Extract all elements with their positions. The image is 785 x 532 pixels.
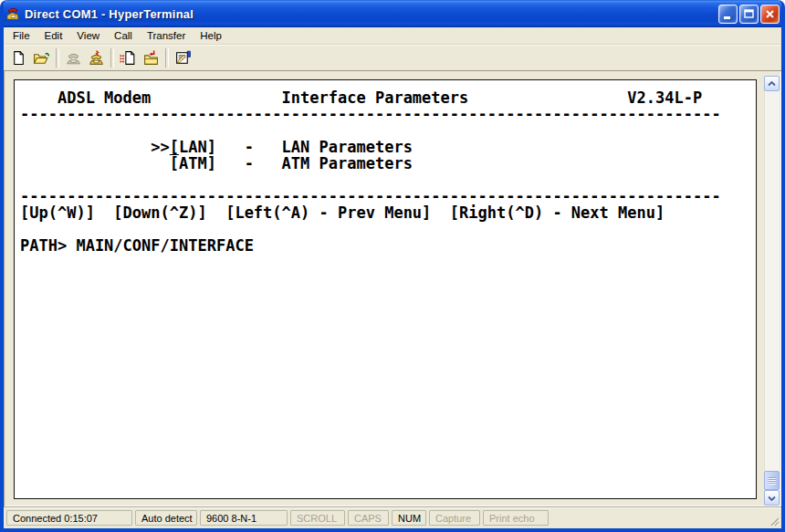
menu-bar: File Edit View Call Transfer Help	[4, 27, 781, 45]
terminal-line	[20, 172, 756, 188]
title-bar[interactable]: Direct COM1 - HyperTerminal	[0, 0, 785, 27]
thumb-gripper	[769, 477, 776, 484]
hangup-button[interactable]	[85, 47, 108, 68]
status-capture: Capture	[429, 510, 480, 526]
caps-lock-label: CAPS	[354, 513, 382, 524]
toolbar-separator	[165, 48, 169, 68]
send-file-icon	[120, 50, 137, 66]
terminal-separator-line: ----------------------------------------…	[20, 106, 756, 122]
terminal-separator-line: ----------------------------------------…	[20, 188, 756, 204]
terminal-line	[20, 221, 756, 237]
status-emulation: Auto detect	[135, 510, 197, 526]
properties-button[interactable]	[172, 47, 194, 68]
terminal-line-atm: [ATM] - ATM Parameters	[20, 155, 756, 172]
chevron-up-icon	[768, 81, 776, 87]
minimize-icon	[722, 8, 734, 20]
status-print-echo: Print echo	[483, 510, 549, 526]
num-lock-label: NUM	[398, 513, 421, 524]
toolbar	[4, 45, 781, 70]
maximize-button[interactable]	[739, 5, 759, 24]
send-file-button[interactable]	[117, 47, 140, 68]
scroll-down-button[interactable]	[764, 490, 780, 506]
connected-time: Connected 0:15:07	[13, 513, 98, 524]
vertical-scrollbar[interactable]	[764, 76, 780, 506]
scrollbar-track[interactable]	[764, 91, 780, 471]
minimize-button[interactable]	[718, 5, 738, 24]
call-icon	[65, 50, 82, 66]
menu-help[interactable]: Help	[193, 28, 229, 43]
terminal-line-lan: >>[LAN] - LAN Parameters	[20, 139, 756, 155]
terminal-cursor: [	[170, 138, 179, 156]
receive-file-icon	[142, 50, 160, 66]
menu-transfer[interactable]: Transfer	[140, 28, 193, 43]
status-scroll-lock: SCROLL	[290, 510, 345, 526]
resize-grip[interactable]	[768, 515, 780, 527]
chevron-down-icon	[768, 495, 776, 501]
menu-file[interactable]: File	[5, 28, 37, 43]
call-button[interactable]	[62, 47, 85, 68]
status-bar: Connected 0:15:07 Auto detect 9600 8-N-1…	[4, 506, 781, 528]
window-title: Direct COM1 - HyperTerminal	[25, 7, 714, 21]
new-connection-icon	[11, 50, 26, 66]
status-num-lock: NUM	[392, 510, 426, 526]
hyperterminal-window: Direct COM1 - HyperTerminal	[0, 0, 785, 532]
status-caps-lock: CAPS	[348, 510, 389, 526]
terminal-screen[interactable]: ADSL Modem Interface Parameters V2.34L-P…	[14, 79, 757, 499]
maximize-icon	[743, 8, 755, 20]
close-button[interactable]	[760, 5, 780, 24]
emulation-label: Auto detect	[141, 513, 193, 524]
terminal-text: ADSL Modem Interface Parameters V2.34L-P…	[15, 80, 756, 254]
menu-edit[interactable]: Edit	[37, 28, 70, 43]
new-connection-button[interactable]	[7, 47, 30, 68]
properties-icon	[174, 50, 192, 66]
terminal-line	[20, 122, 756, 139]
capture-label: Capture	[435, 513, 471, 524]
terminal-line: ADSL Modem Interface Parameters V2.34L-P	[20, 89, 756, 106]
toolbar-separator	[56, 48, 59, 68]
scroll-up-button[interactable]	[764, 76, 780, 91]
terminal-path-line: PATH> MAIN/CONF/INTERFACE	[20, 237, 756, 254]
menu-view[interactable]: View	[69, 28, 107, 43]
terminal-keyhelp-line: [Up(^W)] [Down(^Z)] [Left(^A) - Prev Men…	[20, 204, 756, 221]
status-baud: 9600 8-N-1	[200, 510, 288, 526]
toolbar-separator	[110, 48, 114, 68]
hangup-icon	[88, 50, 105, 66]
scrollbar-thumb[interactable]	[764, 471, 780, 490]
baud-label: 9600 8-N-1	[206, 513, 256, 524]
print-echo-label: Print echo	[489, 513, 535, 524]
open-icon	[33, 50, 50, 66]
scroll-lock-label: SCROLL	[297, 513, 337, 524]
close-icon	[764, 8, 776, 20]
open-button[interactable]	[30, 47, 53, 68]
receive-file-button[interactable]	[140, 47, 162, 68]
menu-call[interactable]: Call	[107, 28, 140, 43]
client-area: ADSL Modem Interface Parameters V2.34L-P…	[4, 70, 781, 506]
status-connected: Connected 0:15:07	[6, 510, 132, 526]
app-phone-icon[interactable]	[5, 6, 20, 21]
lan-menu-entry: LAN] - LAN Parameters	[179, 138, 413, 156]
menu-pointer: >>	[20, 138, 170, 156]
